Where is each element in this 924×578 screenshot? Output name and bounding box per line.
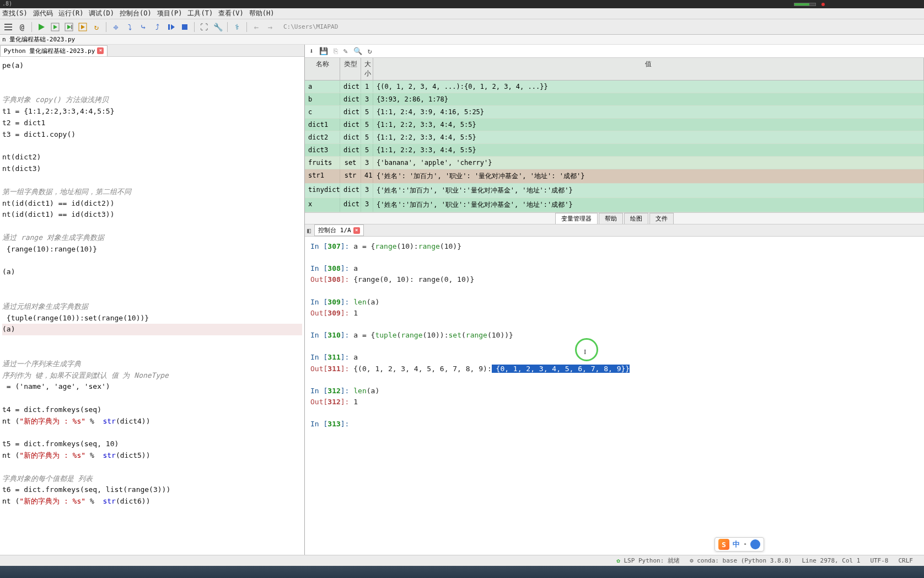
var-row[interactable]: str1str41{'姓名': '加百力', '职业': '量化对冲基金', '…: [305, 169, 924, 184]
var-size: 3: [361, 198, 373, 212]
var-row[interactable]: xdict3{'姓名':'加百力', '职业':'量化对冲基金', '地址':'…: [305, 198, 924, 212]
save-as-icon[interactable]: ⎘: [334, 47, 338, 55]
import-icon[interactable]: ⬇: [309, 47, 314, 55]
col-value[interactable]: 值: [373, 58, 924, 80]
svg-rect-1: [4, 26, 12, 28]
var-size: 41: [361, 169, 373, 183]
nav-forward-icon[interactable]: →: [264, 21, 276, 33]
tab-help[interactable]: 帮助: [599, 213, 623, 224]
rerun-icon[interactable]: ↻: [90, 21, 103, 33]
debug-step-into-icon[interactable]: ⎆: [110, 21, 122, 33]
run-cell-icon[interactable]: [49, 21, 61, 33]
sidebar-icon[interactable]: ◧: [307, 227, 311, 234]
working-dir-path[interactable]: C:\Users\MIAPAD: [283, 23, 922, 30]
var-name: dict2: [305, 131, 340, 143]
text-cursor: I: [584, 346, 586, 357]
svg-marker-3: [39, 24, 45, 30]
var-row[interactable]: dict3dict5{1:1, 2:2, 3:3, 4:4, 5:5}: [305, 144, 924, 157]
var-type: dict: [340, 81, 361, 93]
menu-help[interactable]: 帮助(H): [249, 9, 275, 18]
var-name: b: [305, 93, 340, 105]
at-icon[interactable]: @: [16, 21, 28, 33]
title-fragment: .8): [2, 1, 12, 7]
var-type: dict: [340, 106, 361, 118]
svg-marker-10: [81, 25, 85, 29]
run-cell-advance-icon[interactable]: [63, 21, 75, 33]
var-size: 3: [361, 93, 373, 105]
var-value: {'姓名':'加百力', '职业':'量化对冲基金', '地址':'成都'}: [373, 184, 924, 197]
variable-toolbar: ⬇ 💾 ⎘ ✎ 🔍 ↻: [305, 45, 924, 58]
run-selection-icon[interactable]: [77, 21, 89, 33]
var-row[interactable]: dict2dict5{1:1, 2:2, 3:3, 4:4, 5:5}: [305, 131, 924, 144]
ime-avatar-icon: [750, 539, 760, 549]
var-type: dict: [340, 144, 361, 156]
debug-step-icon[interactable]: ⤷: [137, 21, 149, 33]
var-type: dict: [340, 184, 361, 197]
col-size[interactable]: 大小: [361, 58, 373, 80]
status-conda[interactable]: ⚙ conda: base (Python 3.8.8): [690, 557, 792, 564]
close-icon[interactable]: ×: [353, 227, 360, 234]
var-name: a: [305, 81, 340, 93]
nav-back-icon[interactable]: ←: [250, 21, 262, 33]
svg-rect-13: [182, 24, 187, 30]
var-row[interactable]: cdict5{1:1, 2:4, 3:9, 4:16, 5:25}: [305, 106, 924, 119]
svg-rect-0: [4, 24, 12, 25]
menu-debug[interactable]: 调试(D): [89, 9, 114, 18]
console-tab[interactable]: 控制台 1/A ×: [314, 224, 364, 236]
debug-continue-icon[interactable]: [165, 21, 177, 33]
status-eol[interactable]: CRLF: [899, 557, 914, 564]
tab-variables[interactable]: 变量管理器: [555, 213, 598, 224]
maximize-icon[interactable]: ⛶: [198, 21, 210, 33]
file-path-row: n 量化编程基础-2023.py: [0, 35, 924, 45]
editor-tab[interactable]: Python 量化编程基础-2023.py ×: [0, 45, 108, 56]
ipython-console[interactable]: In [307]: a = {range(10):range(10)} In […: [305, 237, 924, 556]
svg-rect-11: [168, 24, 170, 30]
debug-stop-icon[interactable]: [179, 21, 191, 33]
var-value: {(0, 1, 2, 3, 4, ...):{0, 1, 2, 3, 4, ..…: [373, 81, 924, 93]
var-row[interactable]: tinydictdict3{'姓名':'加百力', '职业':'量化对冲基金',…: [305, 184, 924, 198]
settings-icon[interactable]: 🔧: [212, 21, 224, 33]
save-icon[interactable]: 💾: [319, 47, 328, 55]
run-icon[interactable]: [35, 21, 47, 33]
refresh-icon[interactable]: ↻: [368, 47, 372, 55]
var-name: c: [305, 106, 340, 118]
menu-source[interactable]: 源代码: [33, 9, 53, 18]
tab-files[interactable]: 文件: [649, 213, 674, 224]
status-bar: ✿ LSP Python: 就绪 ⚙ conda: base (Python 3…: [0, 555, 924, 566]
col-name[interactable]: 名称: [305, 58, 340, 80]
svg-marker-12: [171, 24, 175, 30]
var-value: {1:1, 2:2, 3:3, 4:4, 5:5}: [373, 119, 924, 131]
var-type: set: [340, 157, 361, 169]
var-name: dict3: [305, 144, 340, 156]
menu-tools[interactable]: 工具(T): [187, 9, 213, 18]
close-icon[interactable]: ×: [97, 47, 104, 54]
search-icon[interactable]: 🔍: [353, 47, 362, 55]
code-editor[interactable]: pe(a) 字典对象 copy() 方法做浅拷贝 t1 = {1:1,2:2,3…: [0, 57, 304, 560]
menu-run[interactable]: 运行(R): [58, 9, 84, 18]
debug-step-out-icon[interactable]: ⤴: [151, 21, 163, 33]
menu-find[interactable]: 查找(S): [2, 9, 28, 18]
main-toolbar: @ ↻ ⎆ ⤵ ⤷ ⤴ ⛶ 🔧 ⚕ ← → C:\Users\MIAPAD: [0, 19, 924, 35]
ime-indicator[interactable]: S 中 •ּ: [715, 537, 764, 552]
var-row[interactable]: adict1{(0, 1, 2, 3, 4, ...):{0, 1, 2, 3,…: [305, 81, 924, 93]
debug-step-over-icon[interactable]: ⤵: [123, 21, 136, 33]
python-icon[interactable]: ⚕: [231, 21, 243, 33]
var-row[interactable]: dict1dict5{1:1, 2:2, 3:3, 4:4, 5:5}: [305, 119, 924, 131]
var-row[interactable]: fruitsset3{'banana', 'apple', 'cherry'}: [305, 157, 924, 169]
tab-plot[interactable]: 绘图: [624, 213, 648, 224]
col-type[interactable]: 类型: [340, 58, 361, 80]
status-line-col[interactable]: Line 2978, Col 1: [802, 557, 860, 564]
var-type: dict: [340, 131, 361, 143]
var-row[interactable]: bdict3{3:93, 2:86, 1:78}: [305, 93, 924, 106]
menu-console[interactable]: 控制台(O): [120, 9, 152, 18]
selected-text: {0, 1, 2, 3, 4, 5, 6, 7, 8, 9}}: [492, 365, 630, 373]
menu-project[interactable]: 项目(P): [157, 9, 182, 18]
windows-taskbar[interactable]: [0, 566, 924, 578]
outline-icon[interactable]: [2, 21, 14, 33]
status-encoding[interactable]: UTF-8: [870, 557, 888, 564]
edit-icon[interactable]: ✎: [343, 47, 348, 55]
var-value: {'姓名':'加百力', '职业':'量化对冲基金', '地址':'成都'}: [373, 198, 924, 212]
menu-view[interactable]: 查看(V): [218, 9, 244, 18]
status-lsp[interactable]: ✿ LSP Python: 就绪: [616, 556, 680, 565]
window-title-bar: .8): [0, 0, 924, 8]
